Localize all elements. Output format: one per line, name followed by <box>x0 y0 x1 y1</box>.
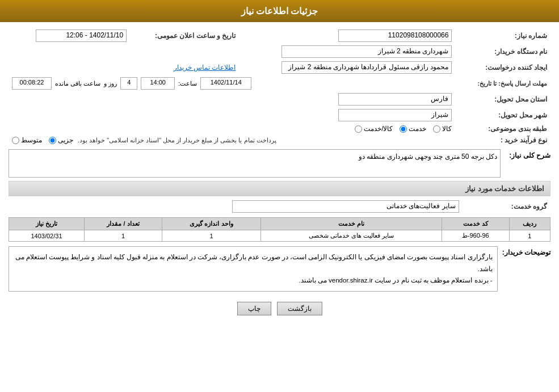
col-header-row: ردیف <box>509 218 550 230</box>
category-option-khedmat[interactable]: خدمت <box>400 125 426 133</box>
announce-date-label: تاریخ و ساعت اعلان عمومی: <box>130 28 239 44</box>
services-section-title: اطلاعات خدمات مورد نیاز <box>9 181 550 196</box>
buyer-note-1: بارگزاری اسناد پیوست بصورت امضای فیزیکی … <box>14 251 493 275</box>
category-label: طبقه بندی موضوعی: <box>455 123 550 134</box>
category-option-kala[interactable]: کالا <box>433 125 452 133</box>
day-label: روز و <box>104 80 117 87</box>
buyer-notes-box: بارگزاری اسناد پیوست بصورت امضای فیزیکی … <box>9 246 498 292</box>
col-header-qty: تعداد / مقدار <box>84 218 162 230</box>
process-option-mutawaset[interactable]: متوسط <box>12 136 42 144</box>
creator-label: ایجاد کننده درخواست: <box>455 60 550 75</box>
request-number-label: شماره نیاز: <box>455 28 550 44</box>
col-header-code: کد خدمت <box>442 218 509 230</box>
deadline-days: 4 <box>120 77 137 90</box>
table-row: 1960-96-طسایر فعالیت های خدماتی شخصی1114… <box>9 230 550 242</box>
send-deadline-label: مهلت ارسال پاسخ: تا تاریخ: <box>455 75 550 91</box>
process-label: نوع فرآیند خرید : <box>455 134 550 146</box>
page-header: جزئیات اطلاعات نیاز <box>0 0 559 22</box>
buyer-note-2: - برنده استعلام موظف به ثبت نام در سایت … <box>14 275 493 286</box>
buyer-org-label: نام دستگاه خریدار: <box>455 44 550 60</box>
col-header-unit: واحد اندازه گیری <box>162 218 260 230</box>
services-table: ردیف کد خدمت نام خدمت واحد اندازه گیری ت… <box>9 217 550 242</box>
deadline-time: 14:00 <box>141 77 175 90</box>
category-radio-group: کالا/خدمت خدمت کالا <box>355 125 452 133</box>
city-value: شیراز <box>338 109 452 121</box>
creator-value: محمود رازقی مسئول قراردادها شهرداری منطق… <box>281 61 452 74</box>
description-value: دکل برجه 50 متری چند وجهی شهرداری منطقه … <box>9 149 501 178</box>
province-label: استان محل تحویل: <box>455 91 550 107</box>
col-header-name: نام خدمت <box>261 218 442 230</box>
col-header-date: تاریخ نیاز <box>9 218 85 230</box>
category-option-kala-khedmat[interactable]: کالا/خدمت <box>355 125 393 133</box>
page-title: جزئیات اطلاعات نیاز <box>241 6 318 16</box>
print-button[interactable]: چاپ <box>237 302 271 315</box>
city-label: شهر محل تحویل: <box>455 107 550 123</box>
description-label: شرح کلی نیاز: <box>505 149 550 159</box>
announce-date-value: 1402/11/10 - 12:06 <box>36 29 127 42</box>
remaining-label: ساعت باقی مانده <box>55 80 100 87</box>
process-note: پرداخت تمام یا بخشی از مبلغ خریدار از مح… <box>78 137 276 144</box>
time-label: ساعت: <box>178 80 197 87</box>
bottom-buttons: بازگشت چاپ <box>9 296 550 321</box>
contact-link[interactable]: اطلاعات تماس خریدار <box>174 64 236 71</box>
back-button[interactable]: بازگشت <box>277 302 322 315</box>
service-group-label: گروه خدمت: <box>463 199 550 214</box>
province-value: فارس <box>338 93 452 106</box>
request-number-value: 1102098108000066 <box>338 29 452 42</box>
process-radio-group: متوسط جزیی <box>12 136 73 144</box>
deadline-date: 1402/11/14 <box>200 77 251 90</box>
buyer-notes-label: توضیحات خریدار: <box>502 246 550 256</box>
remaining-value: 00:08:22 <box>12 77 52 90</box>
buyer-org-value: شهرداری منطقه 2 شیراز <box>281 45 452 58</box>
service-group-value: سایر فعالیت‌های خدماتی <box>232 200 459 213</box>
process-option-jozii[interactable]: جزیی <box>49 136 73 144</box>
